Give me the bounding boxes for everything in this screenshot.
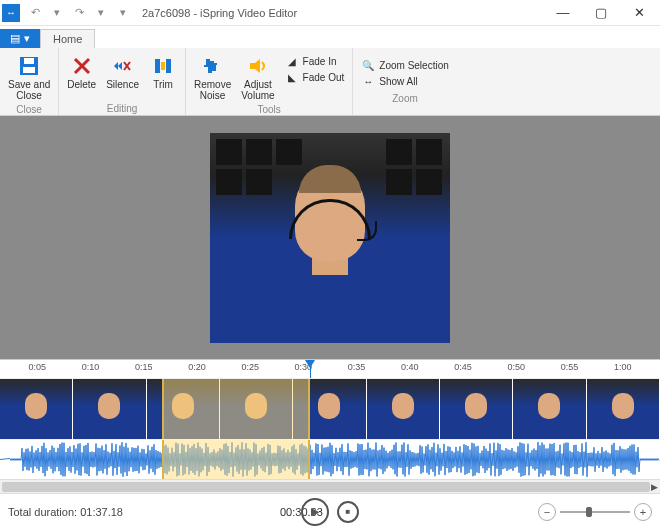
zoom-slider-handle[interactable] [586,507,592,517]
timeline-thumbnail[interactable] [293,379,366,439]
delete-icon [70,54,94,78]
video-frame [210,133,450,343]
undo-button[interactable]: ↶ [26,4,44,22]
svg-rect-8 [166,59,171,73]
svg-rect-1 [23,67,35,73]
zoom-in-button[interactable]: + [634,503,652,521]
group-close-label: Close [4,103,54,116]
thumbnail-track[interactable] [0,379,660,439]
timeline-thumbnail[interactable] [440,379,513,439]
ruler-tick: 0:20 [188,362,206,372]
fade-out-button[interactable]: ◣Fade Out [285,70,345,84]
group-editing: Delete Silence Trim Editing [59,48,186,115]
close-window-button[interactable]: ✕ [620,0,658,26]
svg-rect-7 [155,59,160,73]
app-icon: ↔ [2,4,20,22]
ruler-tick: 0:55 [561,362,579,372]
maximize-button[interactable]: ▢ [582,0,620,26]
audio-waveform[interactable] [0,439,660,479]
silence-button[interactable]: Silence [102,50,143,102]
group-zoom: 🔍Zoom Selection ↔Show All Zoom [353,48,456,115]
ruler-tick: 1:00 [614,362,632,372]
timeline-thumbnail[interactable] [367,379,440,439]
timeline-thumbnail[interactable] [513,379,586,439]
svg-rect-9 [161,62,165,70]
zoom-slider[interactable] [560,511,630,513]
ruler-tick: 0:25 [241,362,259,372]
timeline: 0:050:100:150:200:250:300:350:400:450:50… [0,359,660,493]
minimize-button[interactable]: — [544,0,582,26]
titlebar: ↔ ↶ ▾ ↷ ▾ ▾ 2a7c6098 - iSpring Video Edi… [0,0,660,26]
video-preview [0,116,660,359]
ruler-tick: 0:50 [508,362,526,372]
zoom-selection-icon: 🔍 [361,58,375,72]
group-zoom-label: Zoom [357,92,452,105]
timeline-thumbnail[interactable] [147,379,220,439]
ruler-tick: 0:05 [28,362,46,372]
save-icon [17,54,41,78]
volume-icon [246,54,270,78]
scrollbar-thumb[interactable] [2,482,650,492]
ribbon: Save and Close Close Delete Silence Trim… [0,48,660,116]
total-duration-label: Total duration: 01:37.18 [8,506,123,518]
zoom-control: − + [538,503,652,521]
fade-in-icon: ◢ [285,54,299,68]
zoom-out-button[interactable]: − [538,503,556,521]
play-button[interactable]: ▶ [301,498,329,526]
qat-sep2: ▾ [114,4,132,22]
svg-rect-2 [24,58,34,64]
qat-dropdown[interactable]: ▾ [92,4,110,22]
delete-button[interactable]: Delete [63,50,100,102]
fade-in-button[interactable]: ◢Fade In [285,54,345,68]
remove-noise-button[interactable]: Remove Noise [190,50,235,103]
ruler-tick: 0:15 [135,362,153,372]
group-editing-label: Editing [63,102,181,115]
window-title: 2a7c6098 - iSpring Video Editor [142,7,297,19]
window-controls: — ▢ ✕ [544,0,658,26]
trim-button[interactable]: Trim [145,50,181,102]
scrollbar-right-arrow[interactable]: ▶ [648,480,660,494]
home-tab[interactable]: Home [40,29,95,48]
ruler-tick: 0:10 [82,362,100,372]
ruler-tick: 0:35 [348,362,366,372]
group-tools-label: Tools [190,103,348,116]
timeline-thumbnail[interactable] [0,379,73,439]
silence-icon [111,54,135,78]
redo-button[interactable]: ↷ [70,4,88,22]
show-all-icon: ↔ [361,74,375,88]
qat-sep: ▾ [48,4,66,22]
adjust-volume-button[interactable]: Adjust Volume [237,50,278,103]
ruler-tick: 0:45 [454,362,472,372]
noise-icon [201,54,225,78]
trim-icon [151,54,175,78]
file-tab[interactable]: ▤▾ [0,29,40,48]
save-and-close-button[interactable]: Save and Close [4,50,54,103]
group-tools: Remove Noise Adjust Volume ◢Fade In ◣Fad… [186,48,353,115]
ribbon-tabs: ▤▾ Home [0,26,660,48]
stop-button[interactable]: ■ [337,501,359,523]
timeline-scrollbar[interactable]: ▶ [0,479,660,493]
playhead[interactable] [310,360,311,378]
show-all-button[interactable]: ↔Show All [361,74,448,88]
timeline-thumbnail[interactable] [220,379,293,439]
timeline-thumbnail[interactable] [73,379,146,439]
quick-access-toolbar: ↶ ▾ ↷ ▾ ▾ [26,4,132,22]
group-close: Save and Close Close [0,48,59,115]
timeline-thumbnail[interactable] [587,379,660,439]
fade-out-icon: ◣ [285,70,299,84]
zoom-selection-button[interactable]: 🔍Zoom Selection [361,58,448,72]
playback-controls: Total duration: 01:37.18 00:30.63 ▶ ■ − … [0,493,660,529]
ruler-tick: 0:40 [401,362,419,372]
timeline-ruler[interactable]: 0:050:100:150:200:250:300:350:400:450:50… [0,359,660,379]
